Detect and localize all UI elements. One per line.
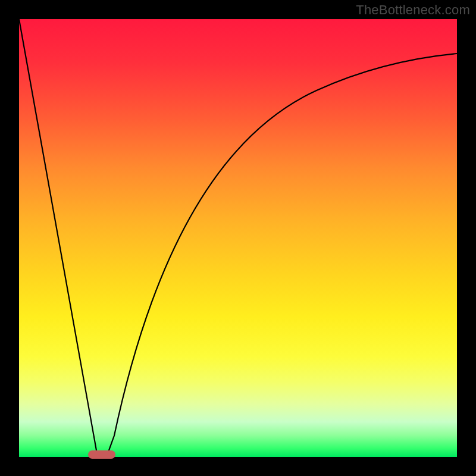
- watermark-text: TheBottleneck.com: [356, 2, 470, 18]
- plot-area: [19, 19, 457, 457]
- chart-outer-frame: TheBottleneck.com: [0, 0, 476, 476]
- trough-marker: [88, 450, 115, 459]
- bottleneck-curve: [19, 19, 457, 457]
- curve-layer: [19, 19, 457, 457]
